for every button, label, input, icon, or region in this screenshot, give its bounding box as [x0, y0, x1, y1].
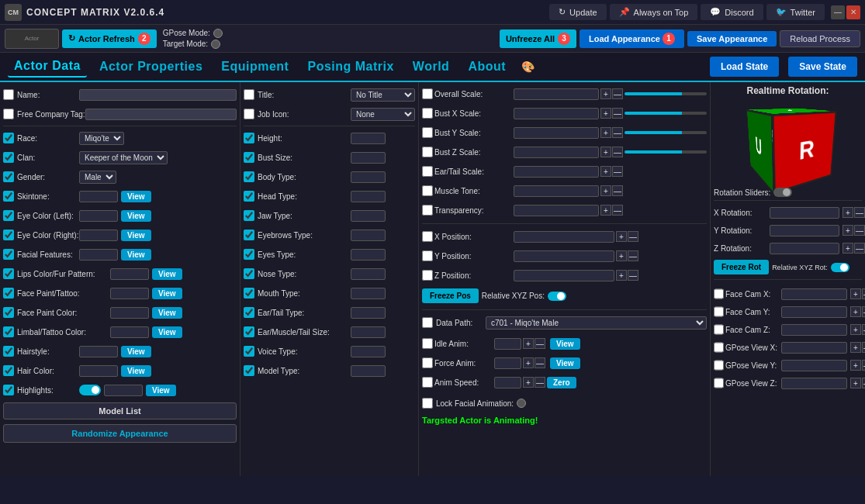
x-rot-input[interactable]: 0.0000000000	[770, 207, 839, 219]
head-type-input[interactable]: 3	[351, 191, 386, 202]
z-pos-plus[interactable]: +	[616, 270, 627, 281]
always-on-top-button[interactable]: 📌 Always on Top	[610, 4, 698, 20]
bust-x-plus[interactable]: +	[600, 108, 611, 119]
free-company-input[interactable]	[85, 109, 237, 120]
name-input[interactable]	[79, 89, 237, 101]
bust-y-minus[interactable]: —	[612, 127, 623, 138]
model-type-check[interactable]	[244, 365, 254, 376]
bust-y-check[interactable]	[422, 127, 433, 138]
gpose-z-minus[interactable]: —	[862, 378, 865, 388]
force-anim-input[interactable]: 3	[494, 357, 521, 369]
x-rot-plus[interactable]: +	[843, 207, 853, 218]
discord-button[interactable]: 💬 Discord	[701, 4, 763, 20]
gpose-x-plus[interactable]: +	[850, 342, 861, 353]
x-pos-input[interactable]: -420.2182006836	[514, 231, 614, 243]
force-anim-check[interactable]	[422, 357, 433, 368]
z-pos-minus[interactable]: —	[628, 270, 638, 281]
muscle-plus[interactable]: +	[600, 185, 611, 196]
ear-tail-scale-input[interactable]: 1.3799999952	[514, 166, 599, 178]
face-cam-y-input[interactable]: 0.0000000000	[781, 306, 847, 318]
bust-z-minus[interactable]: —	[612, 147, 623, 157]
eyebrows-check[interactable]	[244, 230, 254, 240]
voice-type-check[interactable]	[244, 346, 254, 357]
height-check[interactable]	[244, 133, 254, 143]
gender-check[interactable]	[3, 171, 14, 182]
load-appearance-button[interactable]: Load Appearance 1	[580, 29, 684, 48]
rotation-sliders-toggle[interactable]	[773, 188, 792, 197]
data-path-select[interactable]: c701 - Miqo'te Male	[486, 316, 707, 330]
lock-facial-check[interactable]	[422, 398, 433, 409]
job-icon-check[interactable]	[244, 109, 254, 119]
mouth-type-check[interactable]	[244, 288, 254, 299]
model-type-input[interactable]: 0	[351, 365, 386, 377]
overall-plus[interactable]: +	[600, 88, 611, 99]
update-button[interactable]: ↻ Update	[549, 4, 606, 20]
gender-select[interactable]: Male	[79, 171, 116, 184]
highlights-input[interactable]: 162	[104, 385, 143, 396]
gpose-y-input[interactable]: 0.0000000000	[781, 360, 847, 371]
ear-tail-plus[interactable]: +	[600, 166, 611, 177]
freeze-rot-button[interactable]: Freeze Rot	[714, 260, 769, 274]
minimize-button[interactable]: —	[831, 5, 845, 19]
y-rot-input[interactable]: 177.0995788574	[770, 225, 839, 236]
title-select[interactable]: No Title	[351, 88, 415, 102]
bust-x-minus[interactable]: —	[612, 108, 623, 119]
facial-check[interactable]	[3, 249, 14, 260]
body-type-input[interactable]: 1	[351, 171, 386, 183]
x-rot-minus[interactable]: —	[854, 207, 865, 218]
idle-anim-check[interactable]	[422, 338, 433, 349]
mouth-type-input[interactable]: 128	[351, 288, 386, 299]
model-list-button[interactable]: Model List	[3, 402, 237, 419]
jaw-type-check[interactable]	[244, 210, 254, 221]
ear-muscle-check[interactable]	[244, 326, 254, 337]
relative-pos-toggle[interactable]	[548, 292, 566, 301]
fc-z-minus[interactable]: —	[862, 324, 865, 335]
tab-about[interactable]: About	[462, 57, 512, 77]
bust-z-plus[interactable]: +	[600, 147, 611, 157]
bust-x-slider[interactable]	[625, 112, 707, 115]
hair-color-view-button[interactable]: View	[121, 365, 151, 377]
lips-input[interactable]: 50	[110, 268, 149, 280]
force-plus[interactable]: +	[523, 357, 534, 368]
z-rot-plus[interactable]: +	[843, 243, 853, 254]
tab-actor-data[interactable]: Actor Data	[8, 56, 87, 78]
gpose-y-minus[interactable]: —	[862, 360, 865, 371]
actor-refresh-button[interactable]: ↻ Actor Refresh 2	[62, 29, 157, 48]
hair-color-input[interactable]: 78	[79, 365, 118, 377]
eye-left-view-button[interactable]: View	[121, 210, 151, 222]
overall-scale-input[interactable]: 0.9900000095	[514, 88, 599, 100]
highlights-view-button[interactable]: View	[146, 385, 176, 396]
bust-y-slider[interactable]	[625, 131, 707, 134]
hairstyle-input[interactable]: 164	[79, 346, 118, 357]
gpose-z-check[interactable]	[714, 378, 724, 388]
speed-minus[interactable]: —	[535, 377, 545, 388]
fc-x-plus[interactable]: +	[850, 288, 861, 299]
y-pos-input[interactable]: 75.1679153442	[514, 250, 614, 262]
transparency-minus[interactable]: —	[612, 205, 623, 216]
y-rot-minus[interactable]: —	[854, 225, 865, 236]
tab-world[interactable]: World	[407, 57, 456, 77]
job-icon-select[interactable]: None	[351, 108, 415, 121]
randomize-button[interactable]: Randomize Appearance	[3, 424, 237, 443]
z-rot-input[interactable]: 0.0000000000	[770, 243, 839, 254]
gpose-y-plus[interactable]: +	[850, 360, 861, 371]
bust-y-input[interactable]: 1.0000000000	[514, 127, 599, 139]
gpose-z-input[interactable]: 0.0000000000	[781, 378, 847, 389]
overall-slider[interactable]	[625, 92, 707, 95]
limbal-input[interactable]: 162	[110, 326, 149, 338]
facial-input[interactable]: 9	[79, 249, 118, 261]
anim-speed-input[interactable]: 1.000	[494, 377, 521, 388]
muscle-minus[interactable]: —	[612, 185, 623, 196]
bust-y-plus[interactable]: +	[600, 127, 611, 138]
load-state-button[interactable]: Load State	[710, 57, 779, 77]
lips-check[interactable]	[3, 268, 14, 279]
muscle-tone-check[interactable]	[422, 185, 433, 196]
face-cam-z-check[interactable]	[714, 324, 724, 335]
data-path-check[interactable]	[422, 317, 433, 328]
tab-equipment[interactable]: Equipment	[215, 57, 295, 77]
freeze-pos-button[interactable]: Freeze Pos	[422, 288, 479, 303]
nose-type-check[interactable]	[244, 268, 254, 279]
lips-view-button[interactable]: View	[152, 268, 182, 280]
face-paint-check[interactable]	[3, 288, 14, 299]
eyes-type-check[interactable]	[244, 249, 254, 260]
